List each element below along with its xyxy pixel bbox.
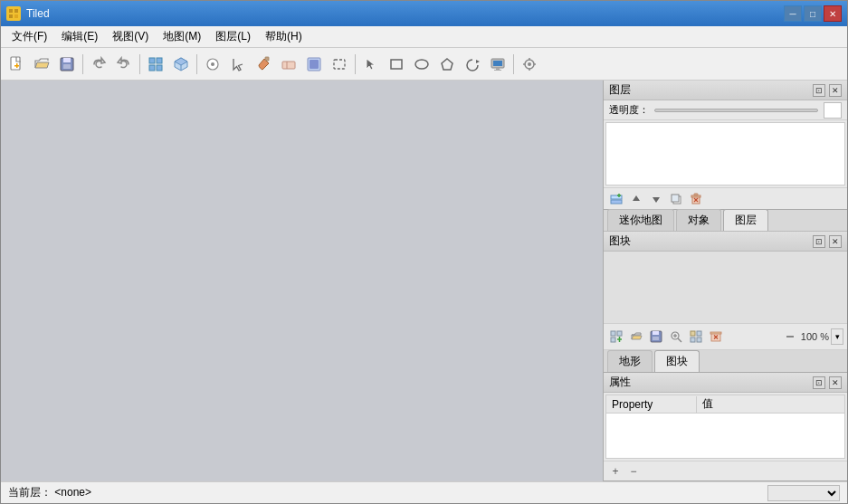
select-object-button[interactable] — [226, 52, 250, 76]
svg-rect-67 — [697, 331, 701, 336]
layer-select-dropdown[interactable] — [767, 485, 840, 501]
svg-rect-3 — [9, 14, 13, 18]
opacity-label: 透明度： — [609, 103, 649, 117]
tab-minimap[interactable]: 迷你地图 — [607, 209, 674, 231]
svg-point-36 — [528, 62, 531, 66]
delete-property-button[interactable]: − — [625, 464, 642, 479]
layers-panel-title: 图层 — [609, 82, 631, 98]
svg-rect-33 — [496, 68, 500, 70]
erase-tool-button[interactable] — [277, 52, 300, 76]
new-file-button[interactable] — [5, 52, 28, 76]
svg-rect-48 — [672, 195, 679, 202]
tiles-float-button[interactable]: ⊡ — [813, 235, 825, 248]
opacity-slider[interactable] — [654, 109, 818, 112]
svg-rect-55 — [617, 331, 622, 336]
open-file-button[interactable] — [30, 52, 53, 76]
rotate-tool-button[interactable] — [461, 52, 484, 76]
open-tileset-button[interactable] — [627, 328, 645, 346]
svg-rect-61 — [653, 337, 659, 340]
tab-terrain[interactable]: 地形 — [607, 350, 653, 372]
new-object-button[interactable] — [201, 52, 224, 76]
zoom-out-button[interactable] — [781, 328, 799, 346]
svg-rect-20 — [265, 57, 269, 61]
add-layer-button[interactable] — [607, 191, 625, 207]
zoom-in-tileset-button[interactable] — [667, 328, 685, 346]
svg-rect-2 — [14, 9, 18, 13]
svg-marker-30 — [476, 60, 480, 63]
add-property-button[interactable]: + — [607, 464, 624, 479]
svg-rect-24 — [310, 60, 319, 69]
close-button[interactable]: ✕ — [824, 5, 842, 22]
opacity-value-input[interactable] — [824, 102, 842, 119]
svg-rect-68 — [691, 338, 695, 342]
tiles-panel-controls: ⊡ ✕ — [813, 235, 842, 248]
save-file-button[interactable] — [55, 52, 79, 76]
redo-button[interactable] — [112, 52, 136, 76]
menu-file[interactable]: 文件(F) — [5, 27, 54, 46]
zoom-dropdown-button[interactable]: ▾ — [831, 328, 843, 345]
svg-rect-53 — [694, 194, 698, 195]
menu-view[interactable]: 视图(V) — [105, 27, 156, 46]
status-bar: 当前层： <none> — [1, 481, 847, 503]
tiles-content[interactable] — [604, 252, 847, 323]
monitor-button[interactable] — [486, 52, 510, 76]
maximize-button[interactable]: □ — [804, 5, 822, 22]
properties-section: 属性 ⊡ ✕ Property 值 + − — [604, 373, 847, 481]
tab-layers[interactable]: 图层 — [723, 209, 768, 231]
tab-objects[interactable]: 对象 — [676, 209, 721, 231]
property-table: Property 值 — [605, 395, 845, 459]
stamp-brush-button[interactable] — [144, 52, 167, 76]
svg-rect-54 — [611, 331, 615, 336]
svg-rect-4 — [14, 14, 18, 18]
current-layer-label: 当前层： — [8, 486, 52, 499]
cursor-tool-button[interactable] — [359, 52, 383, 76]
tiles-toolbar: 100 % ▾ — [604, 323, 847, 350]
circle-tool-button[interactable] — [410, 52, 434, 76]
polygon-tool-button[interactable] — [435, 52, 459, 76]
svg-rect-12 — [157, 58, 162, 63]
menu-layer[interactable]: 图层(L) — [208, 27, 258, 46]
save-tileset-button[interactable] — [647, 328, 665, 346]
move-layer-down-button[interactable] — [647, 191, 665, 207]
svg-rect-60 — [653, 331, 659, 335]
edit-tileset-button[interactable] — [687, 328, 705, 346]
zoom-level: 100 % — [801, 331, 829, 342]
layers-float-button[interactable]: ⊡ — [813, 84, 825, 97]
right-panel: 图层 ⊡ ✕ 透明度： — [603, 81, 847, 481]
paint-tool-button[interactable] — [252, 52, 275, 76]
fill-tool-button[interactable] — [302, 52, 326, 76]
svg-rect-1 — [9, 9, 13, 13]
settings-button[interactable] — [518, 52, 541, 76]
undo-button[interactable] — [87, 52, 110, 76]
rect-tool-button[interactable] — [385, 52, 408, 76]
svg-marker-26 — [367, 59, 375, 70]
svg-rect-7 — [14, 65, 19, 67]
new-tileset-button[interactable] — [607, 328, 625, 346]
layers-close-button[interactable]: ✕ — [829, 84, 842, 97]
properties-float-button[interactable]: ⊡ — [813, 376, 825, 389]
copy-layer-button[interactable] — [667, 191, 685, 207]
menu-edit[interactable]: 编辑(E) — [54, 27, 105, 46]
svg-rect-27 — [391, 60, 402, 69]
move-layer-up-button[interactable] — [627, 191, 645, 207]
tiles-close-button[interactable]: ✕ — [829, 235, 842, 248]
svg-rect-5 — [11, 57, 20, 70]
layers-list[interactable] — [605, 122, 845, 185]
svg-marker-46 — [653, 197, 660, 203]
main-area: 图层 ⊡ ✕ 透明度： — [1, 81, 847, 481]
rect-select-button[interactable] — [328, 52, 351, 76]
properties-close-button[interactable]: ✕ — [829, 376, 842, 389]
menu-map[interactable]: 地图(M) — [156, 27, 208, 46]
svg-rect-69 — [697, 338, 701, 342]
canvas-area[interactable] — [1, 81, 603, 481]
tab-tiles[interactable]: 图块 — [654, 350, 700, 372]
current-layer-value: <none> — [54, 486, 91, 499]
delete-tileset-button[interactable] — [707, 328, 725, 346]
minimize-button[interactable]: ─ — [784, 5, 802, 22]
menu-help[interactable]: 帮助(H) — [258, 27, 310, 46]
layers-tab-bar: 迷你地图 对象 图层 — [604, 210, 847, 232]
svg-rect-56 — [611, 338, 615, 342]
delete-layer-button[interactable] — [687, 191, 705, 207]
opacity-row: 透明度： — [604, 100, 847, 120]
3d-cube-button[interactable] — [169, 52, 193, 76]
